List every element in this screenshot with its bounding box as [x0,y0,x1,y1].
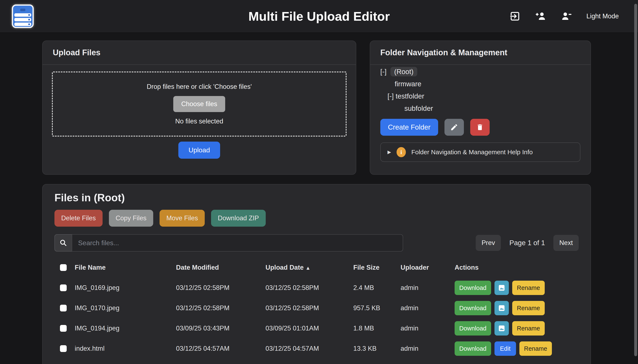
row-checkbox[interactable] [60,305,67,312]
row-checkbox[interactable] [60,284,67,291]
download-button[interactable]: Download [454,342,491,356]
scrollbar[interactable] [634,4,637,356]
sort-ascending-icon: ▲ [306,265,310,271]
next-page-button[interactable]: Next [553,235,579,251]
col-file-name[interactable]: File Name [75,264,176,271]
col-uploader[interactable]: Uploader [400,264,454,271]
trash-icon [476,123,484,131]
file-name: IMG_0194.jpeg [75,324,176,332]
light-mode-toggle[interactable]: Light Mode [586,12,619,20]
file-name: IMG_0169.jpeg [75,284,176,292]
chevron-right-icon[interactable]: ▶ [388,150,391,155]
folder-card-title: Folder Navigation & Management [370,41,590,65]
preview-image-button[interactable] [494,321,509,336]
tree-item-testfolder[interactable]: [-] testfolder [380,90,580,102]
choose-files-button[interactable]: Choose files [173,96,226,112]
file-size: 13.3 KB [353,345,400,352]
rename-button[interactable]: Rename [512,321,545,336]
tree-toggle-testfolder[interactable]: [-] [388,92,394,100]
col-file-size[interactable]: File Size [353,264,400,271]
files-section-title: Files in (Root) [54,192,579,204]
rename-button[interactable]: Rename [512,281,545,295]
folder-help-label: Folder Navigation & Management Help Info [411,148,533,156]
download-zip-button[interactable]: Download ZIP [211,210,266,227]
table-row: IMG_0170.jpeg 03/12/25 02:58PM 03/12/25 … [54,298,579,318]
upload-files-card: Upload Files Drop files here or click 'C… [42,40,356,175]
files-table-header: File Name Date Modified Upload Date ▲ Fi… [54,258,579,278]
app-header: Multi File Upload Editor Light Mode [0,0,638,33]
file-name: IMG_0170.jpeg [75,304,176,312]
page-indicator: Page 1 of 1 [509,239,545,247]
delete-files-button[interactable]: Delete Files [54,210,102,227]
uploader: admin [400,324,454,332]
tree-label-root[interactable]: (Root) [390,67,418,76]
col-upload-date[interactable]: Upload Date ▲ [266,264,353,271]
upload-date: 03/12/25 02:58PM [266,284,353,292]
upload-date: 03/09/25 01:01AM [266,324,353,332]
uploader: admin [400,345,454,352]
create-folder-button[interactable]: Create Folder [380,119,438,136]
date-modified: 03/12/25 02:58PM [176,304,266,312]
tree-label-firmware[interactable]: firmware [395,80,422,88]
table-row: IMG_0194.jpeg 03/09/25 03:43PM 03/09/25 … [54,318,579,338]
tree-toggle-root[interactable]: [-] [380,68,386,76]
col-actions: Actions [454,264,579,271]
file-size: 2.4 MB [353,284,400,292]
tree-item-firmware[interactable]: firmware [380,78,580,90]
rename-folder-button[interactable] [444,119,464,136]
info-icon: i [396,147,406,157]
row-checkbox[interactable] [60,325,67,332]
file-size: 957.5 KB [353,304,400,312]
upload-button[interactable]: Upload [178,142,220,159]
folder-help-accordion[interactable]: ▶ i Folder Navigation & Management Help … [380,142,580,162]
folder-navigation-card: Folder Navigation & Management [-] (Root… [370,40,591,175]
preview-image-button[interactable] [494,301,509,315]
logout-icon[interactable] [509,10,521,22]
table-row: IMG_0169.jpeg 03/12/25 02:58PM 03/12/25 … [54,278,579,298]
image-icon [498,284,506,292]
image-icon [498,304,506,312]
upload-date: 03/12/25 02:58PM [266,304,353,312]
rename-button[interactable]: Rename [520,342,552,356]
pencil-icon [450,123,458,131]
select-all-checkbox[interactable] [60,264,67,271]
file-size: 1.8 MB [353,324,400,332]
delete-folder-button[interactable] [470,119,490,136]
dropzone-hint: Drop files here or click 'Choose files' [147,83,252,90]
search-addon [54,234,72,252]
download-button[interactable]: Download [454,301,491,315]
tree-label-testfolder[interactable]: testfolder [396,92,424,100]
row-checkbox[interactable] [60,345,67,352]
files-list-card: Files in (Root) Delete Files Copy Files … [42,184,591,364]
uploader: admin [400,304,454,312]
remove-user-icon[interactable] [561,10,572,22]
tree-label-subfolder[interactable]: subfolder [404,104,433,112]
tree-item-subfolder[interactable]: subfolder [380,102,580,114]
search-input[interactable] [72,234,403,252]
no-files-selected-text: No files selected [175,118,223,125]
upload-card-title: Upload Files [43,41,356,65]
date-modified: 03/09/25 03:43PM [176,324,266,332]
date-modified: 03/12/25 04:57AM [176,345,266,352]
move-files-button[interactable]: Move Files [160,210,205,227]
upload-date: 03/12/25 04:57AM [266,345,353,352]
add-user-icon[interactable] [535,10,546,22]
uploader: admin [400,284,454,292]
preview-image-button[interactable] [494,281,509,295]
date-modified: 03/12/25 02:58PM [176,284,266,292]
tree-item-root[interactable]: [-] (Root) [380,66,580,78]
file-name: index.html [75,345,176,352]
copy-files-button[interactable]: Copy Files [109,210,153,227]
rename-button[interactable]: Rename [512,301,545,315]
download-button[interactable]: Download [454,281,491,295]
image-icon [498,324,506,332]
edit-button[interactable]: Edit [494,342,516,356]
table-row: index.html 03/12/25 04:57AM 03/12/25 04:… [54,338,579,359]
search-icon [59,239,67,247]
app-logo-server-icon[interactable] [12,4,34,28]
prev-page-button[interactable]: Prev [476,235,501,251]
file-dropzone[interactable]: Drop files here or click 'Choose files' … [52,72,346,136]
col-date-modified[interactable]: Date Modified [176,264,266,271]
files-table: File Name Date Modified Upload Date ▲ Fi… [54,258,579,359]
download-button[interactable]: Download [454,321,491,336]
